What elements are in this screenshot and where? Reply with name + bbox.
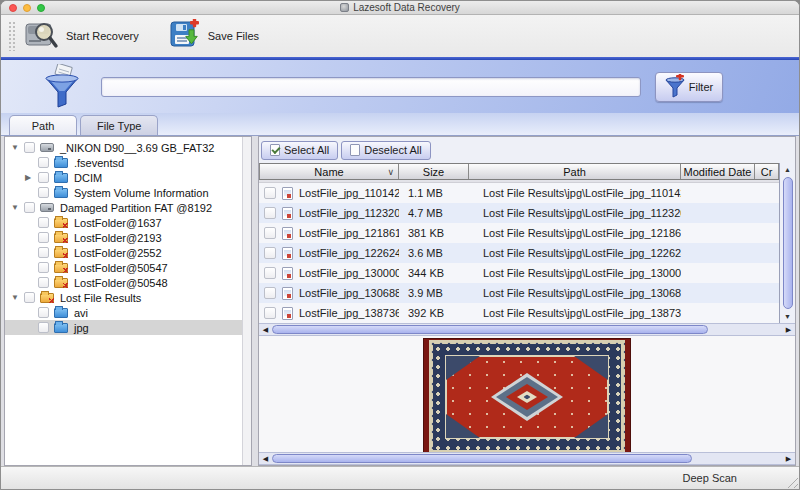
save-files-label: Save Files [208,30,259,42]
tree-checkbox[interactable] [38,262,49,273]
zoom-button[interactable] [37,4,45,12]
file-row[interactable]: LostFile_jpg_130688.... 3.9 MB Lost File… [259,283,779,303]
save-files-button[interactable]: Save Files [169,19,259,53]
tree-item-jpg[interactable]: jpg [5,320,251,335]
column-header-path[interactable]: Path [469,164,681,179]
tree-checkbox[interactable] [38,307,49,318]
tree-checkbox[interactable] [24,142,35,153]
tree-checkbox[interactable] [38,172,49,183]
file-row[interactable]: LostFile_jpg_138736.... 392 KB Lost File… [259,303,779,323]
expander-open-icon[interactable]: ▼ [11,293,24,302]
close-button[interactable] [9,4,17,12]
tree-item-fseventsd[interactable]: .fseventsd [5,155,251,170]
lost-folder-icon [54,262,69,273]
tree-checkbox[interactable] [38,232,49,243]
column-header-modified-date[interactable]: Modified Date [681,164,755,179]
row-checkbox[interactable] [264,207,276,219]
tree-checkbox[interactable] [38,322,49,333]
file-row[interactable]: LostFile_jpg_122624.... 3.6 MB Lost File… [259,243,779,263]
tree-vertical-scrollbar[interactable] [242,137,251,465]
file-table: Name ∨ Size Path Modified Date [259,163,795,323]
row-checkbox[interactable] [264,187,276,199]
jpg-file-icon [282,307,293,320]
hard-drive-search-icon [25,19,59,53]
expander-open-icon[interactable]: ▼ [11,203,24,212]
row-checkbox[interactable] [264,227,276,239]
blank-page-icon [350,144,360,156]
folder-icon [54,322,69,333]
column-header-size[interactable]: Size [399,164,469,179]
recovered-photo-preview-rug [423,338,631,452]
tree-item-nikon-volume[interactable]: ▼ _NIKON D90__3.69 GB_FAT32 [5,140,251,155]
scroll-down-icon[interactable]: ▼ [780,310,795,323]
status-bar: Deep Scan [1,466,799,489]
table-vertical-scrollbar[interactable]: ▲ ▼ [779,163,795,323]
filter-input[interactable] [101,77,641,97]
checked-page-icon [270,144,280,156]
file-row[interactable]: LostFile_jpg_112320.... 4.7 MB Lost File… [259,203,779,223]
file-row[interactable]: LostFile_jpg_110142.... 1.1 MB Lost File… [259,183,779,203]
horizontal-scroll-thumb[interactable] [272,325,708,334]
expander-open-icon[interactable]: ▼ [11,143,24,152]
filter-button-label: Filter [689,81,713,93]
scroll-right-icon[interactable]: ▶ [782,455,795,463]
tree-checkbox[interactable] [38,157,49,168]
scroll-up-icon[interactable]: ▲ [780,163,795,176]
drive-icon [40,142,55,153]
image-preview-pane [259,336,795,452]
tree-item-system-volume-information[interactable]: System Volume Information [5,185,251,200]
filter-funnel-icon [43,64,81,110]
horizontal-scroll-thumb[interactable] [272,454,692,463]
tree-checkbox[interactable] [24,202,35,213]
scroll-left-icon[interactable]: ◀ [259,326,272,334]
tree-item-lostfolder-2552[interactable]: LostFolder@2552 [5,245,251,260]
folder-icon [54,157,69,168]
row-checkbox[interactable] [264,247,276,259]
tree-item-lostfolder-1637[interactable]: LostFolder@1637 [5,215,251,230]
select-all-button[interactable]: Select All [261,141,338,160]
tree-item-avi[interactable]: avi [5,305,251,320]
sort-indicator-icon[interactable]: ∨ [387,167,394,177]
tree-item-damaged-partition[interactable]: ▼ Damaged Partition FAT @8192 [5,200,251,215]
jpg-file-icon [282,207,293,220]
traffic-lights [9,4,45,12]
scroll-left-icon[interactable]: ◀ [259,455,272,463]
tree-checkbox[interactable] [38,187,49,198]
tree-checkbox[interactable] [38,247,49,258]
tab-path[interactable]: Path [9,115,77,135]
start-recovery-button[interactable]: Start Recovery [25,19,139,53]
column-header-created-truncated[interactable]: Cr [755,164,779,179]
filter-button[interactable]: Filter [655,72,723,102]
tree-item-lostfolder-50548[interactable]: LostFolder@50548 [5,275,251,290]
resize-grip[interactable] [785,475,798,488]
title-bar: Lazesoft Data Recovery [1,1,799,15]
funnel-plus-icon [665,74,685,100]
file-row[interactable]: LostFile_jpg_121861.... 381 KB Lost File… [259,223,779,243]
jpg-file-icon [282,227,293,240]
minimize-button[interactable] [23,4,31,12]
app-window: Lazesoft Data Recovery Start Recovery [0,0,800,490]
tree-item-dcim[interactable]: ▶ DCIM [5,170,251,185]
file-row[interactable]: LostFile_jpg_130000.... 344 KB Lost File… [259,263,779,283]
jpg-file-icon [282,287,293,300]
tab-file-type[interactable]: File Type [80,115,158,135]
tree-checkbox[interactable] [24,292,35,303]
tree-checkbox[interactable] [38,277,49,288]
row-checkbox[interactable] [264,307,276,319]
deselect-all-button[interactable]: Deselect All [341,141,430,160]
jpg-file-icon [282,187,293,200]
tree-item-lostfolder-2193[interactable]: LostFolder@2193 [5,230,251,245]
row-checkbox[interactable] [264,267,276,279]
tree-item-lostfolder-50547[interactable]: LostFolder@50547 [5,260,251,275]
tree-checkbox[interactable] [38,217,49,228]
tab-strip: Path File Type [1,113,799,136]
vertical-scroll-thumb[interactable] [783,177,793,309]
folder-tree-panel: ▼ _NIKON D90__3.69 GB_FAT32 .fseventsd ▶… [4,136,252,466]
row-checkbox[interactable] [264,287,276,299]
scroll-right-icon[interactable]: ▶ [782,326,795,334]
preview-horizontal-scrollbar[interactable]: ◀ ▶ [259,452,795,465]
table-horizontal-scrollbar[interactable]: ◀ ▶ [259,323,795,336]
column-header-name[interactable]: Name ∨ [259,164,399,179]
tree-item-lost-file-results[interactable]: ▼ Lost File Results [5,290,251,305]
expander-closed-icon[interactable]: ▶ [25,173,38,182]
